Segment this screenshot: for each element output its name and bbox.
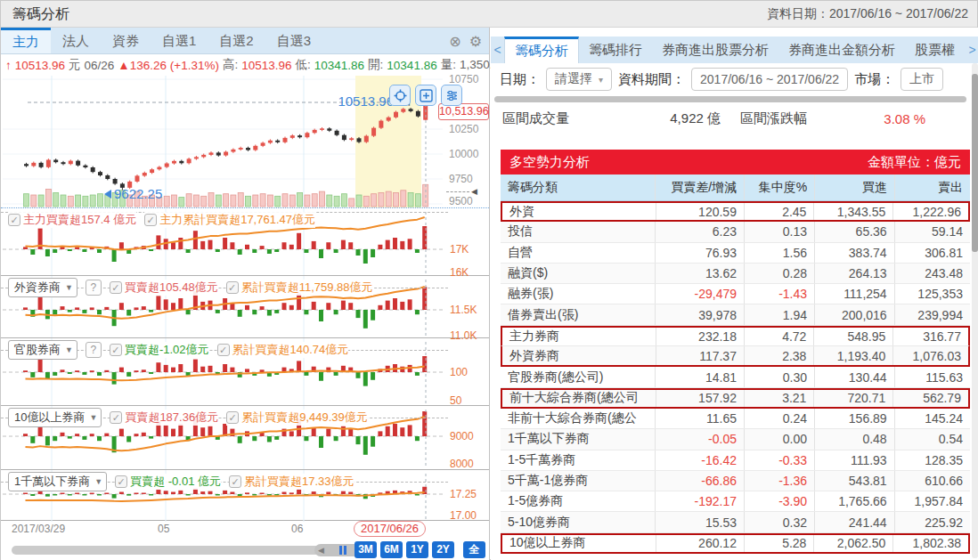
table-row[interactable]: 前十大綜合券商(總公司157.923.21720.71562.79 bbox=[501, 388, 970, 409]
data-date-label: 資料日期：2017/06/16 ~ 2017/06/22 bbox=[767, 6, 968, 22]
scroll-grip[interactable] bbox=[339, 546, 346, 555]
period-input[interactable]: 2017/06/16 ~ 2017/06/22 bbox=[691, 68, 848, 91]
tab-自選2[interactable]: 自選2 bbox=[208, 28, 265, 53]
quote-line: ↑ 10513.96元 06/26 ▲136.26 (+1.31%) 高:105… bbox=[1, 54, 489, 76]
close-icon[interactable]: ⊗ bbox=[449, 33, 460, 50]
range-button-6M[interactable]: 6M bbox=[380, 541, 403, 558]
analysis-tab-籌碼排行[interactable]: 籌碼排行 bbox=[579, 37, 652, 63]
subchart-3[interactable]: 官股券商▼?✓買賣超-1.02億元✓累計買賣超140.74億元10050 bbox=[1, 337, 489, 405]
legend-cumulative: ✓累計買賣超11,759.88億元 bbox=[226, 280, 373, 296]
indicator-settings-icon[interactable] bbox=[441, 85, 462, 106]
subchart-1[interactable]: ✓主力買賣超157.4 億元✓主力累計買賣超17,761.47億元17K16K bbox=[1, 207, 489, 275]
row-value: -0.05 bbox=[656, 429, 745, 449]
subchart-2[interactable]: 外資券商▼?✓買賣超105.48億元✓累計買賣超11,759.88億元11.5K… bbox=[1, 275, 489, 337]
analysis-tab-籌碼分析[interactable]: 籌碼分析 bbox=[504, 37, 579, 63]
x-tick-may: 05 bbox=[158, 523, 169, 535]
table-row[interactable]: 1-5億券商-192.17-3.901,765.661,957.84 bbox=[501, 491, 970, 512]
checkbox-icon[interactable]: ✓ bbox=[144, 214, 157, 226]
table-row[interactable]: 1千萬以下券商-0.050.000.480.54 bbox=[501, 429, 970, 450]
caret-down-icon: ▼ bbox=[89, 413, 97, 422]
row-value: 15.53 bbox=[656, 512, 745, 532]
row-value: 11.65 bbox=[656, 409, 745, 428]
row-name: 主力券商 bbox=[502, 328, 656, 345]
filter-row: 日期： 請選擇 ▾ 資料期間： 2017/06/16 ~ 2017/06/22 … bbox=[500, 67, 978, 92]
tab-自選1[interactable]: 自選1 bbox=[151, 28, 208, 53]
table-row[interactable]: 主力券商232.184.72548.95316.77 bbox=[501, 326, 970, 346]
chart-panel: 主力法人資券自選1自選2自選3 ⊗ ⚙ ↑ 10513.96元 06/26 ▲1… bbox=[1, 28, 490, 560]
vertical-scrollbar-thumb[interactable] bbox=[972, 74, 978, 252]
row-value: 225.92 bbox=[895, 512, 970, 532]
checkbox-icon[interactable]: ✓ bbox=[217, 344, 230, 356]
table-row[interactable]: 5-10億券商15.530.32241.44225.92 bbox=[501, 512, 970, 532]
range-button-1Y[interactable]: 1Y bbox=[406, 541, 428, 558]
legend-text: 累計買賣超140.74億元 bbox=[232, 342, 349, 358]
tab-資券[interactable]: 資券 bbox=[101, 28, 151, 53]
table-row[interactable]: 1-5千萬券商-16.42-0.33111.93128.35 bbox=[501, 450, 970, 471]
row-value: 1.56 bbox=[745, 243, 815, 263]
range-button-2Y[interactable]: 2Y bbox=[432, 541, 454, 558]
subchart-stack: ✓主力買賣超157.4 億元✓主力累計買賣超17,761.47億元17K16K外… bbox=[1, 207, 489, 521]
row-value: 0.32 bbox=[745, 512, 815, 532]
broker-select-1千萬以下券商[interactable]: 1千萬以下券商▼ bbox=[8, 472, 107, 491]
analysis-tab-券商進出金額分析[interactable]: 券商進出金額分析 bbox=[778, 37, 905, 63]
zoom-in-icon[interactable] bbox=[415, 85, 436, 106]
legend-cumulative: ✓累計買賣超17.33億元 bbox=[229, 474, 355, 490]
row-value: 65.36 bbox=[815, 222, 895, 241]
row-value: -29,479 bbox=[656, 284, 745, 304]
row-value: 383.74 bbox=[815, 243, 895, 263]
caret-down-icon: ▼ bbox=[65, 283, 73, 292]
scroll-left-icon[interactable]: ◀ bbox=[318, 544, 324, 556]
tab-法人[interactable]: 法人 bbox=[51, 28, 101, 53]
tabs-prev-icon[interactable]: < bbox=[491, 37, 504, 63]
checkbox-icon[interactable]: ✓ bbox=[229, 475, 241, 488]
range-button-3M[interactable]: 3M bbox=[355, 541, 377, 558]
checkbox-icon[interactable]: ✓ bbox=[226, 281, 239, 294]
column-header-2: 集中度% bbox=[745, 174, 815, 200]
table-row[interactable]: 外資券商117.372.381,193.401,076.03 bbox=[501, 346, 970, 367]
analysis-tab-股票權[interactable]: 股票權 bbox=[905, 37, 965, 63]
broker-select-外資券商[interactable]: 外資券商▼ bbox=[8, 278, 77, 297]
crosshair-icon[interactable] bbox=[389, 85, 411, 106]
main-chart-area[interactable]: 10513.96 9622.25 ◀ 10,513.96 ◀ 107501025… bbox=[1, 76, 489, 207]
row-value: 128.35 bbox=[895, 450, 970, 470]
checkbox-icon[interactable]: ✓ bbox=[115, 475, 127, 488]
help-icon[interactable]: ? bbox=[86, 342, 102, 358]
subchart-5[interactable]: 1千萬以下券商▼✓買賣超 -0.01 億元✓累計買賣超17.33億元17.251… bbox=[1, 469, 489, 521]
subchart-4[interactable]: 10億以上券商▼✓買賣超187.36億元✓累計買賣超9,449.39億元9000… bbox=[1, 405, 489, 469]
app-window: 籌碼分析 資料日期：2017/06/16 ~ 2017/06/22 主力法人資券… bbox=[0, 0, 978, 560]
tab-自選3[interactable]: 自選3 bbox=[265, 28, 322, 53]
table-row[interactable]: 外資120.592.451,343.551,222.96 bbox=[501, 201, 970, 222]
help-icon[interactable]: ? bbox=[86, 280, 102, 296]
checkbox-icon[interactable]: ✓ bbox=[110, 281, 122, 294]
legend-text: 買賣超-1.02億元 bbox=[125, 342, 209, 358]
range-button-全[interactable]: 全 bbox=[463, 541, 485, 558]
tab-主力[interactable]: 主力 bbox=[1, 28, 51, 53]
quote-high-label: 高: bbox=[223, 57, 238, 73]
quote-low-label: 低: bbox=[296, 57, 311, 73]
market-select[interactable]: 上市 bbox=[901, 68, 943, 91]
checkbox-icon[interactable]: ✓ bbox=[110, 344, 122, 356]
subchart-header: 10億以上券商▼✓買賣超187.36億元✓累計買賣超9,449.39億元 bbox=[8, 408, 368, 426]
table-row[interactable]: 融資($)13.620.28264.13243.48 bbox=[501, 264, 970, 284]
row-value: 6.23 bbox=[656, 222, 745, 241]
checkbox-icon[interactable]: ✓ bbox=[226, 411, 239, 424]
tabs-next-icon[interactable]: > bbox=[966, 37, 978, 63]
table-row[interactable]: 投信6.230.1365.3659.14 bbox=[501, 222, 970, 242]
table-row[interactable]: 官股券商(總公司)14.810.30130.44115.63 bbox=[501, 367, 970, 387]
horizontal-scrollbar[interactable] bbox=[494, 96, 966, 102]
date-select[interactable]: 請選擇 ▾ bbox=[546, 68, 612, 91]
row-value: 59.14 bbox=[895, 222, 970, 241]
broker-select-10億以上券商[interactable]: 10億以上券商▼ bbox=[8, 408, 102, 427]
table-row[interactable]: 自營76.931.56383.74306.81 bbox=[501, 243, 970, 264]
broker-select-官股券商[interactable]: 官股券商▼ bbox=[8, 340, 77, 360]
analysis-tab-券商進出股票分析[interactable]: 券商進出股票分析 bbox=[652, 37, 778, 63]
table-row[interactable]: 10億以上券商260.125.282,062.501,802.38 bbox=[501, 533, 970, 554]
table-row[interactable]: 融券(張)-29,479-1.43111,254125,353 bbox=[501, 284, 970, 304]
table-row[interactable]: 非前十大綜合券商(總公11.650.24156.89145.24 bbox=[501, 409, 970, 429]
table-row[interactable]: 借券賣出(張)39,9781.94200,016239,994 bbox=[501, 304, 970, 325]
gear-icon[interactable]: ⚙ bbox=[469, 33, 482, 50]
table-row[interactable]: 5千萬-1億券商-66.86-1.36543.81610.66 bbox=[501, 471, 970, 491]
caret-down-icon: ▼ bbox=[65, 345, 73, 354]
checkbox-icon[interactable]: ✓ bbox=[8, 214, 20, 226]
checkbox-icon[interactable]: ✓ bbox=[110, 411, 122, 424]
